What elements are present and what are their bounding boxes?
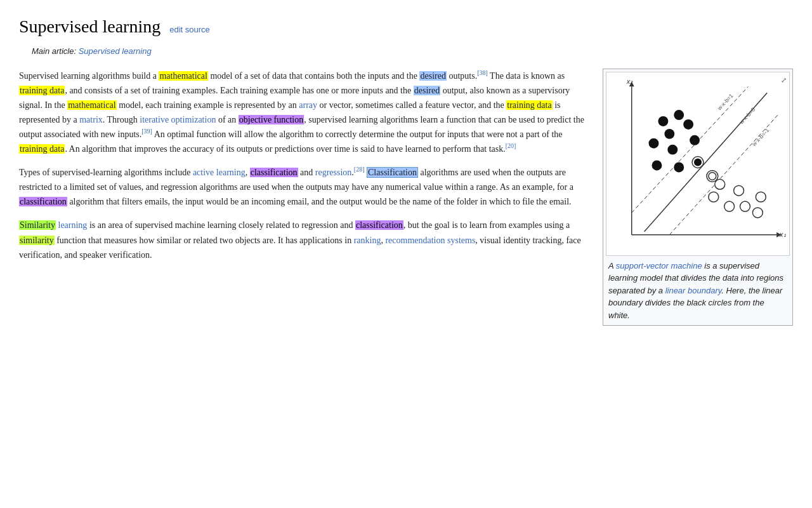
- svm-diagram: x₁ x₂ w·x-b=1 w·x-b=0 w·x-b=-1: [606, 72, 789, 255]
- paragraph-2: Types of supervised-learning algorithms …: [19, 165, 590, 209]
- hl-training-data-3: training data: [19, 144, 65, 154]
- hl-mathematical-1: mathematical: [159, 71, 207, 81]
- figure-image-area: x₁ x₂ w·x-b=1 w·x-b=0 w·x-b=-1: [606, 72, 790, 256]
- svg-point-22: [715, 179, 725, 189]
- figure-column: x₁ x₂ w·x-b=1 w·x-b=0 w·x-b=-1: [603, 69, 793, 326]
- content-layout: Supervised learning algorithms build a m…: [19, 69, 793, 326]
- link-matrix[interactable]: matrix: [79, 115, 103, 124]
- paragraph-1: Supervised learning algorithms build a m…: [19, 69, 590, 157]
- svg-point-14: [674, 110, 684, 120]
- svg-point-24: [724, 201, 735, 211]
- svg-point-19: [690, 135, 700, 145]
- main-article-link[interactable]: Supervised learning: [79, 46, 152, 56]
- svg-point-28: [709, 192, 719, 202]
- hl-classification-2: classification: [19, 197, 67, 206]
- main-article-prefix: Main article:: [32, 46, 76, 56]
- svg-text:x₁: x₁: [779, 230, 785, 237]
- ref-20[interactable]: [20]: [506, 142, 516, 149]
- expand-icon[interactable]: ⤢: [781, 75, 787, 86]
- link-linear-boundary[interactable]: linear boundary: [665, 286, 722, 295]
- paragraph-3: Similarity learning is an area of superv…: [19, 218, 590, 262]
- ref-38[interactable]: [38]: [477, 69, 488, 76]
- ref-39[interactable]: [39]: [141, 128, 152, 135]
- link-array[interactable]: array: [299, 100, 317, 110]
- svg-point-18: [667, 144, 678, 154]
- hl-similarity-1: Similarity: [19, 220, 56, 230]
- figure-caption: A support-vector machine is a supervised…: [606, 256, 790, 323]
- svg-point-20: [652, 160, 662, 170]
- svg-text:x₂: x₂: [626, 77, 633, 85]
- page-title: Supervised learning: [19, 13, 160, 41]
- hl-mathematical-2: mathematical: [67, 100, 116, 110]
- page-title-row: Supervised learning edit source: [19, 13, 793, 41]
- hl-objective-function: objective function: [239, 115, 304, 124]
- svg-point-26: [756, 192, 766, 202]
- edit-source-link[interactable]: edit source: [169, 23, 210, 37]
- hl-classification-1: classification: [250, 168, 298, 177]
- svg-point-27: [752, 208, 763, 218]
- hl-classification-3: classification: [355, 220, 403, 230]
- main-article-line: Main article: Supervised learning: [19, 45, 793, 58]
- hl-training-data-2: training data: [506, 100, 552, 110]
- link-regression[interactable]: regression: [315, 168, 352, 177]
- svg-point-21: [674, 162, 684, 172]
- svg-point-13: [658, 116, 668, 126]
- link-learning[interactable]: learning: [58, 220, 88, 230]
- hl-desired-2: desired: [414, 86, 440, 95]
- link-iterative-optimization[interactable]: iterative optimization: [140, 115, 216, 124]
- link-ranking[interactable]: ranking: [354, 236, 381, 245]
- link-recommendation-systems[interactable]: recommendation systems: [385, 236, 475, 245]
- svg-point-17: [649, 138, 659, 148]
- text-column: Supervised learning algorithms build a m…: [19, 69, 590, 271]
- svg-point-15: [664, 128, 674, 138]
- hl-classification-outline: Classification: [367, 167, 418, 178]
- hl-training-data-1: training data: [19, 86, 65, 95]
- svg-point-16: [683, 119, 693, 130]
- svg-point-25: [740, 201, 750, 211]
- hl-similarity-2: similarity: [19, 236, 55, 245]
- ref-28[interactable]: [28]: [354, 166, 365, 173]
- link-svm[interactable]: support-vector machine: [616, 261, 702, 271]
- svg-point-32: [709, 172, 716, 180]
- svg-point-30: [694, 158, 702, 166]
- hl-desired-1: desired: [419, 71, 446, 81]
- svg-point-23: [734, 185, 744, 196]
- figure-box: x₁ x₂ w·x-b=1 w·x-b=0 w·x-b=-1: [603, 69, 793, 326]
- link-active-learning[interactable]: active learning: [193, 168, 246, 177]
